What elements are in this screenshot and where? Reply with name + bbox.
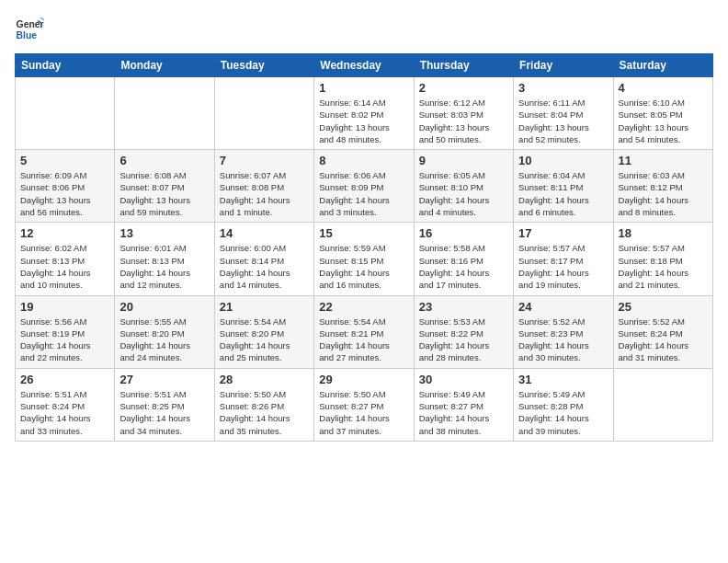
day-info: Sunrise: 5:52 AM Sunset: 8:24 PM Dayligh… [619, 316, 708, 364]
calendar-day-16: 16Sunrise: 5:58 AM Sunset: 8:16 PM Dayli… [414, 223, 513, 295]
day-info: Sunrise: 5:49 AM Sunset: 8:27 PM Dayligh… [419, 388, 508, 437]
calendar-day-5: 5Sunrise: 6:09 AM Sunset: 8:06 PM Daylig… [16, 150, 115, 223]
day-number: 26 [20, 373, 109, 386]
calendar-day-8: 8Sunrise: 6:06 AM Sunset: 8:09 PM Daylig… [314, 150, 414, 223]
calendar-day-3: 3Sunrise: 6:11 AM Sunset: 8:04 PM Daylig… [514, 77, 613, 150]
weekday-header-sunday: Sunday [16, 54, 115, 77]
calendar-day-13: 13Sunrise: 6:01 AM Sunset: 8:13 PM Dayli… [115, 223, 214, 295]
calendar-day-10: 10Sunrise: 6:04 AM Sunset: 8:11 PM Dayli… [514, 150, 613, 223]
day-info: Sunrise: 6:03 AM Sunset: 8:12 PM Dayligh… [619, 169, 708, 218]
day-info: Sunrise: 6:01 AM Sunset: 8:13 PM Dayligh… [119, 242, 209, 291]
calendar-day-25: 25Sunrise: 5:52 AM Sunset: 8:24 PM Dayli… [613, 295, 712, 368]
page: General Blue SundayMondayTuesdayWednesda… [0, 0, 728, 563]
day-number: 10 [518, 154, 608, 167]
calendar-week-3: 12Sunrise: 6:02 AM Sunset: 8:13 PM Dayli… [16, 223, 713, 295]
day-info: Sunrise: 6:08 AM Sunset: 8:07 PM Dayligh… [119, 169, 209, 218]
day-number: 14 [220, 226, 309, 240]
weekday-header-friday: Friday [514, 54, 613, 77]
day-number: 29 [319, 373, 408, 386]
day-info: Sunrise: 6:11 AM Sunset: 8:04 PM Dayligh… [518, 97, 608, 145]
calendar-day-27: 27Sunrise: 5:51 AM Sunset: 8:25 PM Dayli… [115, 368, 214, 441]
day-number: 31 [518, 373, 608, 386]
calendar-day-14: 14Sunrise: 6:00 AM Sunset: 8:14 PM Dayli… [214, 223, 313, 295]
weekday-header-wednesday: Wednesday [314, 54, 414, 77]
day-info: Sunrise: 6:12 AM Sunset: 8:03 PM Dayligh… [419, 97, 508, 145]
day-info: Sunrise: 6:06 AM Sunset: 8:09 PM Dayligh… [319, 169, 408, 218]
day-info: Sunrise: 6:10 AM Sunset: 8:05 PM Dayligh… [619, 97, 708, 145]
day-info: Sunrise: 5:57 AM Sunset: 8:17 PM Dayligh… [518, 242, 608, 291]
day-number: 8 [319, 154, 408, 167]
empty-cell [115, 77, 214, 150]
day-number: 25 [619, 300, 708, 314]
weekday-header-thursday: Thursday [414, 54, 513, 77]
calendar-day-12: 12Sunrise: 6:02 AM Sunset: 8:13 PM Dayli… [16, 223, 115, 295]
day-number: 17 [518, 226, 608, 240]
day-number: 20 [119, 300, 209, 314]
logo-icon: General Blue [15, 15, 44, 44]
calendar-day-2: 2Sunrise: 6:12 AM Sunset: 8:03 PM Daylig… [414, 77, 513, 150]
day-info: Sunrise: 5:59 AM Sunset: 8:15 PM Dayligh… [319, 242, 408, 291]
day-number: 18 [619, 226, 708, 240]
day-info: Sunrise: 6:02 AM Sunset: 8:13 PM Dayligh… [20, 242, 109, 291]
day-info: Sunrise: 5:57 AM Sunset: 8:18 PM Dayligh… [619, 242, 708, 291]
calendar-day-24: 24Sunrise: 5:52 AM Sunset: 8:23 PM Dayli… [514, 295, 613, 368]
calendar-day-19: 19Sunrise: 5:56 AM Sunset: 8:19 PM Dayli… [16, 295, 115, 368]
weekday-header-row: SundayMondayTuesdayWednesdayThursdayFrid… [16, 54, 713, 77]
calendar-day-23: 23Sunrise: 5:53 AM Sunset: 8:22 PM Dayli… [414, 295, 513, 368]
day-number: 6 [119, 154, 209, 167]
day-number: 7 [220, 154, 309, 167]
calendar-day-17: 17Sunrise: 5:57 AM Sunset: 8:17 PM Dayli… [514, 223, 613, 295]
empty-cell [613, 368, 712, 441]
calendar-table: SundayMondayTuesdayWednesdayThursdayFrid… [15, 53, 713, 442]
day-number: 1 [319, 81, 408, 95]
day-info: Sunrise: 5:54 AM Sunset: 8:21 PM Dayligh… [319, 316, 408, 364]
calendar-day-18: 18Sunrise: 5:57 AM Sunset: 8:18 PM Dayli… [613, 223, 712, 295]
day-number: 9 [419, 154, 508, 167]
calendar-day-22: 22Sunrise: 5:54 AM Sunset: 8:21 PM Dayli… [314, 295, 414, 368]
day-info: Sunrise: 6:14 AM Sunset: 8:02 PM Dayligh… [319, 97, 408, 145]
day-info: Sunrise: 5:50 AM Sunset: 8:26 PM Dayligh… [220, 388, 309, 437]
day-number: 21 [220, 300, 309, 314]
calendar-day-15: 15Sunrise: 5:59 AM Sunset: 8:15 PM Dayli… [314, 223, 414, 295]
calendar-day-28: 28Sunrise: 5:50 AM Sunset: 8:26 PM Dayli… [214, 368, 313, 441]
day-number: 27 [119, 373, 209, 386]
svg-text:Blue: Blue [17, 30, 38, 40]
calendar-week-4: 19Sunrise: 5:56 AM Sunset: 8:19 PM Dayli… [16, 295, 713, 368]
calendar-day-7: 7Sunrise: 6:07 AM Sunset: 8:08 PM Daylig… [214, 150, 313, 223]
weekday-header-saturday: Saturday [613, 54, 712, 77]
day-info: Sunrise: 5:55 AM Sunset: 8:20 PM Dayligh… [119, 316, 209, 364]
day-number: 15 [319, 226, 408, 240]
day-number: 24 [518, 300, 608, 314]
day-number: 13 [119, 226, 209, 240]
day-number: 11 [619, 154, 708, 167]
day-info: Sunrise: 5:54 AM Sunset: 8:20 PM Dayligh… [220, 316, 309, 364]
day-number: 22 [319, 300, 408, 314]
logo: General Blue [15, 15, 44, 44]
calendar-week-5: 26Sunrise: 5:51 AM Sunset: 8:24 PM Dayli… [16, 368, 713, 441]
day-info: Sunrise: 5:51 AM Sunset: 8:25 PM Dayligh… [119, 388, 209, 437]
day-number: 5 [20, 154, 109, 167]
day-info: Sunrise: 5:56 AM Sunset: 8:19 PM Dayligh… [20, 316, 109, 364]
calendar-day-31: 31Sunrise: 5:49 AM Sunset: 8:28 PM Dayli… [514, 368, 613, 441]
day-number: 30 [419, 373, 508, 386]
day-info: Sunrise: 5:52 AM Sunset: 8:23 PM Dayligh… [518, 316, 608, 364]
calendar-day-20: 20Sunrise: 5:55 AM Sunset: 8:20 PM Dayli… [115, 295, 214, 368]
day-info: Sunrise: 6:05 AM Sunset: 8:10 PM Dayligh… [419, 169, 508, 218]
day-number: 4 [619, 81, 708, 95]
day-number: 19 [20, 300, 109, 314]
empty-cell [214, 77, 313, 150]
weekday-header-tuesday: Tuesday [214, 54, 313, 77]
day-info: Sunrise: 6:00 AM Sunset: 8:14 PM Dayligh… [220, 242, 309, 291]
calendar-week-2: 5Sunrise: 6:09 AM Sunset: 8:06 PM Daylig… [16, 150, 713, 223]
day-number: 3 [518, 81, 608, 95]
calendar-day-1: 1Sunrise: 6:14 AM Sunset: 8:02 PM Daylig… [314, 77, 414, 150]
day-info: Sunrise: 5:58 AM Sunset: 8:16 PM Dayligh… [419, 242, 508, 291]
day-number: 12 [20, 226, 109, 240]
calendar-day-30: 30Sunrise: 5:49 AM Sunset: 8:27 PM Dayli… [414, 368, 513, 441]
empty-cell [16, 77, 115, 150]
calendar-day-29: 29Sunrise: 5:50 AM Sunset: 8:27 PM Dayli… [314, 368, 414, 441]
day-number: 16 [419, 226, 508, 240]
day-info: Sunrise: 6:09 AM Sunset: 8:06 PM Dayligh… [20, 169, 109, 218]
calendar-day-4: 4Sunrise: 6:10 AM Sunset: 8:05 PM Daylig… [613, 77, 712, 150]
day-info: Sunrise: 5:49 AM Sunset: 8:28 PM Dayligh… [518, 388, 608, 437]
